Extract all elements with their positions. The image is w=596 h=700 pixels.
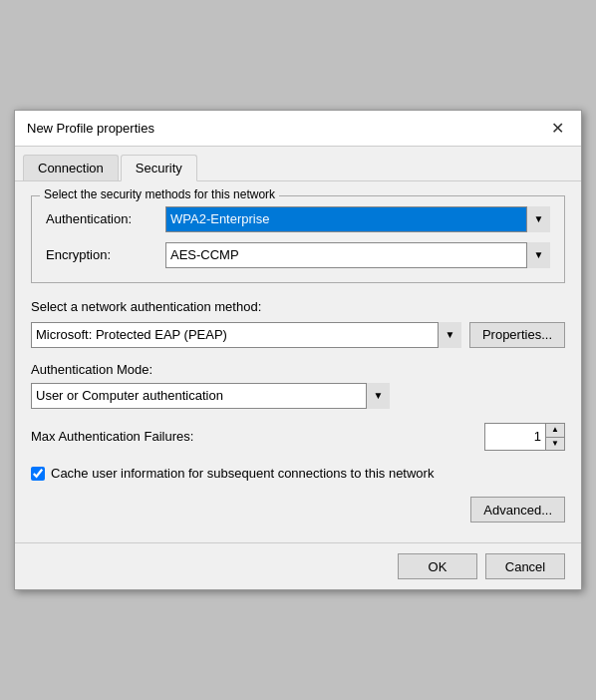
security-methods-group: Select the security methods for this net… (31, 195, 565, 283)
spinner-buttons: ▲ ▼ (545, 424, 564, 450)
eap-row: Microsoft: Protected EAP (PEAP) Microsof… (31, 322, 565, 348)
spinner-up-button[interactable]: ▲ (546, 424, 564, 437)
dialog: New Profile properties ✕ Connection Secu… (14, 110, 582, 590)
eap-section-label: Select a network authentication method: (31, 299, 565, 314)
cache-checkbox-row: Cache user information for subsequent co… (31, 465, 565, 483)
auth-field-row: Authentication: WPA2-Enterprise WPA-Ente… (46, 206, 550, 232)
dialog-title: New Profile properties (27, 121, 154, 136)
max-auth-label: Max Authentication Failures: (31, 429, 484, 444)
tab-connection[interactable]: Connection (23, 155, 119, 180)
eap-select-wrapper: Microsoft: Protected EAP (PEAP) Microsof… (31, 322, 461, 348)
enc-label: Encryption: (46, 247, 165, 262)
spinner-down-button[interactable]: ▼ (546, 437, 564, 450)
properties-button[interactable]: Properties... (469, 322, 565, 348)
security-content: Select the security methods for this net… (15, 181, 581, 542)
cancel-button[interactable]: Cancel (485, 553, 565, 579)
auth-label: Authentication: (46, 211, 165, 226)
auth-select-wrapper: WPA2-Enterprise WPA-Enterprise WPA2-Pers… (165, 206, 550, 232)
auth-mode-select-wrapper: User or Computer authentication User aut… (31, 383, 390, 409)
dialog-footer: OK Cancel (15, 542, 581, 589)
auth-mode-select[interactable]: User or Computer authentication User aut… (31, 383, 390, 409)
advanced-button[interactable]: Advanced... (470, 497, 565, 523)
ok-button[interactable]: OK (398, 553, 477, 579)
enc-select[interactable]: AES-CCMP TKIP None (165, 242, 550, 268)
title-bar: New Profile properties ✕ (15, 111, 581, 147)
max-auth-row: Max Authentication Failures: ▲ ▼ (31, 423, 565, 451)
advanced-row: Advanced... (31, 497, 565, 523)
auth-select[interactable]: WPA2-Enterprise WPA-Enterprise WPA2-Pers… (165, 206, 550, 232)
cache-checkbox[interactable] (31, 467, 45, 481)
close-button[interactable]: ✕ (545, 116, 569, 140)
tab-security[interactable]: Security (121, 155, 197, 181)
auth-mode-label: Authentication Mode: (31, 362, 565, 377)
max-auth-input[interactable] (485, 424, 545, 450)
max-auth-spinner: ▲ ▼ (484, 423, 565, 451)
enc-field-row: Encryption: AES-CCMP TKIP None ▼ (46, 242, 550, 268)
cache-label: Cache user information for subsequent co… (51, 465, 434, 483)
auth-mode-row: Authentication Mode: User or Computer au… (31, 362, 565, 409)
group-legend: Select the security methods for this net… (40, 187, 279, 201)
enc-select-wrapper: AES-CCMP TKIP None ▼ (165, 242, 550, 268)
eap-select[interactable]: Microsoft: Protected EAP (PEAP) Microsof… (31, 322, 461, 348)
tab-bar: Connection Security (15, 147, 581, 181)
